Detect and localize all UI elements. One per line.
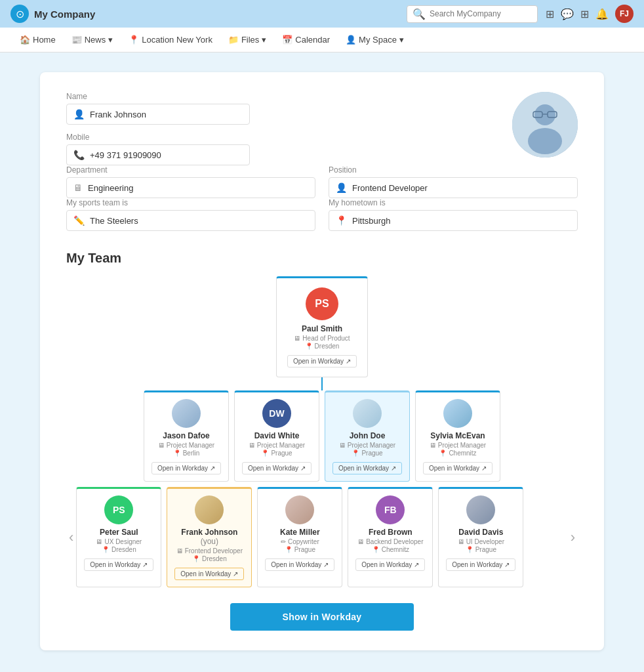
mobile-field[interactable]: 📞 +49 371 91909090 bbox=[66, 144, 250, 165]
peter-open-workday-button[interactable]: Open in Workday ↗ bbox=[84, 558, 153, 571]
jason-location: 📍 Berlin bbox=[173, 450, 200, 457]
nav-myspace[interactable]: 👤 My Space ▾ bbox=[339, 31, 411, 49]
fred-name: Fred Brown bbox=[369, 528, 413, 537]
sylvia-open-workday-button[interactable]: Open in Workday ↗ bbox=[423, 462, 493, 474]
david-davis-open-workday-button[interactable]: Open in Workday ↗ bbox=[446, 558, 515, 571]
tree-connector-v bbox=[321, 377, 323, 390]
john-name: John Doe bbox=[350, 431, 386, 440]
jason-photo bbox=[172, 399, 201, 428]
topbar-icons: ⊞ 💬 ⊞ 🔔 FJ bbox=[546, 5, 634, 23]
team-title: My Team bbox=[66, 251, 578, 266]
map-pin-icon: 📍 bbox=[336, 215, 347, 226]
pin-icon: 📍 bbox=[261, 450, 269, 457]
phone-icon: 📞 bbox=[73, 150, 85, 160]
position-label: Position bbox=[329, 165, 578, 175]
nav-location[interactable]: 📍 Location New York bbox=[122, 31, 219, 49]
frank-you-role: 🖥 Frontend Developer bbox=[176, 547, 243, 555]
fred-open-workday-button[interactable]: Open in Workday ↗ bbox=[355, 558, 425, 571]
team-section: My Team PS Paul Smith 🖥 Head of Product … bbox=[66, 251, 578, 631]
nav-files[interactable]: 📁 Files ▾ bbox=[222, 31, 273, 49]
grid-icon[interactable]: ⊞ bbox=[546, 8, 554, 20]
chat-icon[interactable]: 💬 bbox=[561, 8, 574, 20]
frank-you-open-workday-button[interactable]: Open in Workday ↗ bbox=[174, 568, 244, 580]
hometown-value: Pittsburgh bbox=[352, 216, 391, 226]
peter-location: 📍 Dresden bbox=[102, 546, 136, 553]
david-davis-location: 📍 Prague bbox=[466, 546, 496, 553]
position-col: Position 👤 Frontend Developer bbox=[329, 165, 578, 198]
profile-fields: Name 👤 Frank Johnson Mobile 📞 +49 371 91… bbox=[66, 92, 578, 231]
david-davis-name: David Davis bbox=[458, 528, 503, 537]
name-label: Name bbox=[66, 92, 578, 101]
profile-photo bbox=[512, 92, 578, 158]
pin-icon: 📍 bbox=[372, 546, 380, 553]
sylvia-name: Sylvia McEvan bbox=[430, 431, 485, 440]
search-box[interactable]: 🔍 bbox=[407, 5, 538, 23]
david-white-location: 📍 Prague bbox=[261, 450, 292, 457]
apps-icon[interactable]: ⊞ bbox=[580, 8, 589, 20]
sports-label: My sports team is bbox=[66, 198, 315, 207]
position-field[interactable]: 👤 Frontend Developer bbox=[329, 177, 578, 198]
david-davis-photo bbox=[466, 495, 495, 524]
topbar-right: 🔍 ⊞ 💬 ⊞ 🔔 FJ bbox=[407, 5, 634, 23]
prev-arrow-button[interactable]: ‹ bbox=[66, 526, 76, 549]
home-icon: 🏠 bbox=[20, 35, 30, 45]
pin-icon: 📍 bbox=[352, 450, 359, 457]
ext-icon: ↗ bbox=[142, 561, 148, 568]
david-davis-role: 🖥 UI Developer bbox=[458, 538, 504, 545]
pin-icon: 📍 bbox=[285, 546, 292, 553]
frank-you-photo bbox=[195, 495, 224, 524]
pin-icon: 📍 bbox=[466, 546, 473, 553]
profile-avatar-wrap bbox=[512, 92, 578, 158]
team-card-frank-you: Frank Johnson (you) 🖥 Frontend Developer… bbox=[167, 487, 252, 587]
role-icon: 🖥 bbox=[96, 538, 102, 545]
name-value: Frank Johnson bbox=[90, 110, 146, 119]
dept-field[interactable]: 🖥 Engineering bbox=[66, 177, 315, 198]
nav-calendar-label: Calendar bbox=[295, 35, 330, 45]
team-row-2: PS Peter Saul 🖥 UX Designer 📍 Dresden bbox=[76, 487, 567, 587]
nav-news[interactable]: 📰 News ▾ bbox=[65, 31, 120, 49]
nav-home-label: Home bbox=[33, 35, 56, 45]
user-avatar[interactable]: FJ bbox=[615, 5, 634, 23]
nav-home[interactable]: 🏠 Home bbox=[13, 31, 62, 49]
team-card-kate: Kate Miller ✏ Copywriter 📍 Prague Open i… bbox=[257, 487, 342, 587]
team-row-1: Jason Dafoe 🖥 Project Manager 📍 Berlin O… bbox=[66, 390, 578, 482]
kate-open-workday-button[interactable]: Open in Workday ↗ bbox=[265, 558, 334, 571]
john-open-workday-button[interactable]: Open in Workday ↗ bbox=[332, 462, 402, 474]
hometown-field[interactable]: 📍 Pittsburgh bbox=[329, 210, 578, 231]
search-input[interactable] bbox=[430, 9, 532, 18]
search-icon: 🔍 bbox=[413, 8, 426, 20]
ext-icon: ↗ bbox=[504, 561, 510, 568]
nav-files-label: Files bbox=[241, 35, 259, 45]
fred-avatar: FB bbox=[376, 495, 405, 524]
david-white-open-workday-button[interactable]: Open in Workday ↗ bbox=[242, 462, 312, 474]
manager-card: PS Paul Smith 🖥 Head of Product 📍 Dresde… bbox=[276, 276, 368, 377]
department-col: Department 🖥 Engineering bbox=[66, 165, 315, 198]
john-role: 🖥 Project Manager bbox=[339, 442, 395, 449]
org-tree: PS Paul Smith 🖥 Head of Product 📍 Dresde… bbox=[66, 276, 578, 587]
jason-open-workday-button[interactable]: Open in Workday ↗ bbox=[151, 462, 221, 474]
role-icon: 🖥 bbox=[458, 538, 464, 545]
manager-open-workday-button[interactable]: Open in Workday ↗ bbox=[287, 355, 357, 368]
team-card-fred: FB Fred Brown 🖥 Backend Developer 📍 Chem… bbox=[348, 487, 433, 587]
john-location: 📍 Prague bbox=[352, 450, 382, 457]
ext-icon: ↗ bbox=[481, 465, 487, 472]
next-arrow-button[interactable]: › bbox=[568, 526, 578, 549]
name-field[interactable]: 👤 Frank Johnson bbox=[66, 104, 250, 125]
myspace-chevron-icon: ▾ bbox=[399, 35, 404, 45]
role-icon: ✏ bbox=[281, 538, 286, 545]
profile-photo-svg bbox=[512, 92, 578, 158]
dept-value: Engineering bbox=[88, 183, 133, 193]
mobile-value: +49 371 91909090 bbox=[90, 150, 161, 160]
manager-initials: PS bbox=[315, 298, 329, 310]
company-logo-icon[interactable] bbox=[10, 5, 29, 23]
sylvia-photo bbox=[443, 399, 472, 428]
nav-calendar[interactable]: 📅 Calendar bbox=[275, 31, 336, 49]
peter-role: 🖥 UX Designer bbox=[96, 538, 142, 545]
notification-icon[interactable]: 🔔 bbox=[595, 8, 609, 20]
manager-name: Paul Smith bbox=[302, 324, 342, 333]
frank-you-name: Frank Johnson (you) bbox=[172, 528, 246, 546]
ext-icon: ↗ bbox=[391, 465, 396, 472]
show-in-workday-button[interactable]: Show in Workday bbox=[230, 603, 414, 631]
frank-you-location: 📍 Dresden bbox=[192, 555, 227, 562]
sports-field[interactable]: ✏️ The Steelers bbox=[66, 210, 315, 231]
